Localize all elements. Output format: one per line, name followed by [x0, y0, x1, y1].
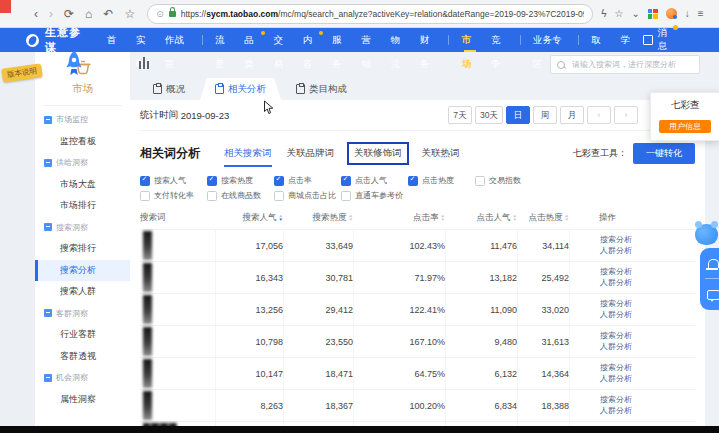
sidebar-item-search-crowd[interactable]: 搜索人群: [35, 281, 130, 303]
col-click-heat[interactable]: 点击热度: [517, 212, 569, 224]
range-30d-button[interactable]: 30天: [475, 106, 503, 124]
col-click-rate[interactable]: 点击率: [353, 212, 445, 224]
flash-plugin-icon[interactable]: ϟ: [601, 8, 606, 19]
nav-service[interactable]: 服务: [332, 28, 348, 52]
metric-click-popularity[interactable]: 点击人气: [341, 175, 408, 186]
range-week-button[interactable]: 周: [533, 106, 557, 124]
qicai-tool-entry[interactable]: 七彩查: [651, 99, 719, 112]
metric-search-popularity[interactable]: 搜索人气: [140, 175, 207, 186]
col-click-popularity[interactable]: 点击人气: [445, 212, 517, 224]
metric-trade-index[interactable]: 交易指数: [475, 175, 542, 186]
checkbox-checked-icon[interactable]: [408, 176, 418, 186]
home-icon[interactable]: ⌂: [85, 8, 92, 20]
messages-entry[interactable]: 消息: [643, 27, 673, 53]
search-analysis-link[interactable]: 搜索分析: [600, 299, 632, 310]
checkbox-checked-icon[interactable]: [341, 176, 351, 186]
search-analysis-link[interactable]: 搜索分析: [600, 331, 632, 342]
checkbox-icon[interactable]: [207, 191, 217, 201]
metric-online-products[interactable]: 在线商品数: [207, 190, 274, 201]
sycm-logo-icon[interactable]: [26, 34, 39, 47]
nav-market[interactable]: 市场: [462, 28, 478, 52]
chat-icon[interactable]: [707, 290, 719, 300]
nav-category[interactable]: 品类: [244, 28, 260, 52]
bell-icon[interactable]: [708, 259, 719, 268]
user-info-badge[interactable]: 用户信息: [659, 120, 711, 133]
sidebar-item-industry-crowd[interactable]: 行业客群: [35, 324, 130, 346]
nav-trade[interactable]: 交易: [274, 28, 290, 52]
metric-mall-click-share[interactable]: 商城点击占比: [274, 190, 341, 201]
range-7d-button[interactable]: 7天: [448, 106, 472, 124]
favorite-star-icon[interactable]: ☆: [614, 8, 623, 19]
nav-logistics[interactable]: 物流: [390, 28, 406, 52]
keyword-search-box[interactable]: [550, 55, 700, 74]
next-date-button[interactable]: ›: [614, 106, 638, 124]
sidebar-item-crowd-perspective[interactable]: 客群透视: [35, 346, 130, 368]
address-bar[interactable]: ⊙ https://sycm.taobao.com/mc/mq/search_a…: [147, 4, 593, 24]
crowd-analysis-link[interactable]: 人群分析: [600, 310, 632, 321]
rocket-icon[interactable]: [62, 50, 86, 82]
download-icon[interactable]: ↓: [685, 8, 690, 19]
sidebar-group-supply-insight[interactable]: 供给洞察: [35, 152, 130, 174]
checkbox-checked-icon[interactable]: [140, 176, 150, 186]
ssl-lock-icon[interactable]: [169, 11, 176, 17]
sidebar-group-crowd-insight[interactable]: 客群洞察: [35, 303, 130, 325]
sidebar-item-market-ranking[interactable]: 市场排行: [35, 195, 130, 217]
refresh-icon[interactable]: ⟳: [64, 8, 74, 20]
checkbox-checked-icon[interactable]: [274, 176, 284, 186]
subtab-hot-words[interactable]: 关联热词: [422, 147, 460, 160]
forward-icon[interactable]: ›: [49, 8, 53, 20]
bookmark-icon[interactable]: ☆: [124, 8, 135, 20]
sidebar-item-search-ranking[interactable]: 搜索排行: [35, 238, 130, 260]
nav-warroom[interactable]: 作战室: [165, 28, 189, 52]
tab-category-composition[interactable]: 类目构成: [281, 78, 362, 100]
col-search-heat[interactable]: 搜索热度: [283, 212, 353, 224]
search-analysis-link[interactable]: 搜索分析: [600, 235, 632, 246]
reader-mode-icon[interactable]: ⊙: [156, 9, 164, 19]
metric-click-rate[interactable]: 点击率: [274, 175, 341, 186]
nav-realtime[interactable]: 实时: [136, 28, 152, 52]
subtab-modifier-words[interactable]: 关联修饰词: [347, 142, 409, 165]
nav-traffic[interactable]: 流量: [215, 28, 231, 52]
nav-marketing[interactable]: 营销: [361, 28, 377, 52]
nav-business-zone[interactable]: 业务专区: [533, 28, 565, 52]
col-search-popularity[interactable]: 搜索人气: [215, 212, 283, 224]
sidebar-group-search-insight[interactable]: 搜索洞察: [35, 217, 130, 239]
checkbox-icon[interactable]: [341, 191, 351, 201]
browser-menu-icon[interactable]: ≡: [698, 8, 704, 19]
tab-relation-analysis[interactable]: 相关分析: [200, 78, 281, 100]
history-icon[interactable]: ↶: [103, 8, 113, 20]
extension-icon[interactable]: [666, 8, 677, 19]
crowd-analysis-link[interactable]: 人群分析: [600, 278, 632, 289]
nav-content[interactable]: 内容: [303, 28, 319, 52]
search-analysis-link[interactable]: 搜索分析: [600, 267, 632, 278]
subtab-related-search-words[interactable]: 相关搜索词: [224, 147, 272, 160]
nav-finance[interactable]: 财务: [420, 28, 436, 52]
nav-academy[interactable]: 学院: [621, 28, 637, 52]
mascot-icon[interactable]: [695, 224, 718, 245]
search-analysis-link[interactable]: 搜索分析: [600, 363, 632, 374]
prev-date-button[interactable]: ‹: [587, 106, 611, 124]
sidebar-item-attribute-insight[interactable]: 属性洞察: [35, 389, 130, 411]
range-month-button[interactable]: 月: [560, 106, 584, 124]
sidebar-item-market-overview[interactable]: 市场大盘: [35, 174, 130, 196]
metric-search-heat[interactable]: 搜索热度: [207, 175, 274, 186]
sidebar-item-search-analysis[interactable]: 搜索分析: [35, 260, 130, 282]
tab-overview[interactable]: 概况: [138, 78, 200, 100]
sidebar-group-market-monitor[interactable]: 市场监控: [35, 109, 130, 131]
crowd-analysis-link[interactable]: 人群分析: [600, 374, 632, 385]
checkbox-icon[interactable]: [475, 176, 485, 186]
checkbox-checked-icon[interactable]: [207, 176, 217, 186]
crowd-analysis-link[interactable]: 人群分析: [600, 246, 632, 257]
metric-pay-conversion[interactable]: 支付转化率: [140, 190, 207, 201]
video-player-bar[interactable]: [0, 426, 719, 433]
urlbar-dropdown-icon[interactable]: ⌄: [631, 8, 639, 19]
back-icon[interactable]: ‹: [34, 8, 38, 20]
search-input[interactable]: [570, 59, 693, 70]
one-click-convert-button[interactable]: 一键转化: [633, 143, 695, 164]
nav-competition[interactable]: 竞争: [491, 28, 507, 52]
metric-click-heat[interactable]: 点击热度: [408, 175, 475, 186]
sidebar-item-monitor-board[interactable]: 监控看板: [35, 131, 130, 153]
checkbox-icon[interactable]: [274, 191, 284, 201]
metric-ztc-ref-price[interactable]: 直通车参考价: [341, 190, 408, 201]
checkbox-icon[interactable]: [140, 191, 150, 201]
